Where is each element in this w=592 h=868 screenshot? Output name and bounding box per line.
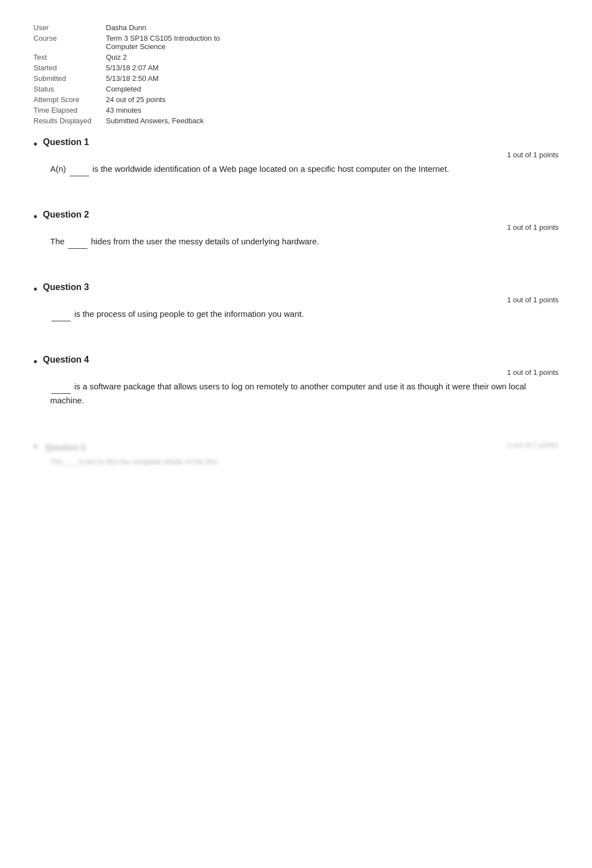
info-row: Submitted5/13/18 2:50 AM	[33, 73, 225, 84]
question-points-4: 1 out of 1 points	[33, 368, 559, 377]
info-label: Course	[33, 33, 106, 52]
bullet-point: •	[33, 356, 37, 367]
info-label: Time Elapsed	[33, 105, 106, 115]
question-text-2: The hides from the user the messy detail…	[50, 235, 559, 249]
bullet-point: •	[33, 211, 37, 222]
blurred-section: • Question 5 1 out of 1 points The ___ i…	[33, 441, 559, 467]
info-value: Dasha Dunn	[106, 22, 225, 33]
question-section-4: •Question 41 out of 1 points is a softwa…	[33, 355, 559, 407]
question-section-3: •Question 31 out of 1 points is the proc…	[33, 282, 559, 321]
question-text-4: is a software package that allows users …	[50, 380, 559, 407]
question-points-2: 1 out of 1 points	[33, 223, 559, 232]
blurred-question-title: Question 5	[45, 443, 85, 452]
bullet-point: •	[33, 283, 37, 295]
info-table: UserDasha DunnCourseTerm 3 SP18 CS105 In…	[33, 22, 225, 126]
info-row: StatusCompleted	[33, 84, 225, 94]
info-row: Started5/13/18 2:07 AM	[33, 62, 225, 73]
info-value: 43 minutes	[106, 105, 225, 115]
question-title-2: Question 2	[43, 210, 89, 220]
info-value: Submitted Answers, Feedback	[106, 115, 225, 126]
answer-blank	[51, 307, 71, 321]
question-title-3: Question 3	[43, 282, 89, 292]
info-row: Attempt Score24 out of 25 points	[33, 94, 225, 105]
question-text-1: A(n) is the worldwide identification of …	[50, 162, 559, 176]
info-label: Status	[33, 84, 106, 94]
question-title-1: Question 1	[43, 137, 89, 147]
question-text-3: is the process of using people to get th…	[50, 307, 559, 321]
info-row: CourseTerm 3 SP18 CS105 Introduction toC…	[33, 33, 225, 52]
info-label: Attempt Score	[33, 94, 106, 105]
info-value: Quiz 2	[106, 52, 225, 62]
answer-blank	[70, 162, 89, 176]
bullet-point: •	[33, 138, 37, 150]
question-section-1: •Question 11 out of 1 pointsA(n) is the …	[33, 137, 559, 176]
blurred-question-text: The ___ is the to this the complete deta…	[50, 456, 559, 467]
answer-blank	[68, 235, 88, 249]
info-label: Test	[33, 52, 106, 62]
info-row: TestQuiz 2	[33, 52, 225, 62]
question-title-4: Question 4	[43, 355, 89, 365]
info-value: Term 3 SP18 CS105 Introduction toCompute…	[106, 33, 225, 52]
info-label: Submitted	[33, 73, 106, 84]
info-value: 24 out of 25 points	[106, 94, 225, 105]
question-points-1: 1 out of 1 points	[33, 151, 559, 159]
info-value: 5/13/18 2:07 AM	[106, 62, 225, 73]
info-row: UserDasha Dunn	[33, 22, 225, 33]
blurred-points: 1 out of 1 points	[507, 441, 559, 449]
question-points-3: 1 out of 1 points	[33, 296, 559, 304]
answer-blank	[51, 380, 71, 394]
info-value: Completed	[106, 84, 225, 94]
info-label: Results Displayed	[33, 115, 106, 126]
info-label: User	[33, 22, 106, 33]
info-row: Time Elapsed43 minutes	[33, 105, 225, 115]
info-label: Started	[33, 62, 106, 73]
info-value: 5/13/18 2:50 AM	[106, 73, 225, 84]
info-row: Results DisplayedSubmitted Answers, Feed…	[33, 115, 225, 126]
question-section-2: •Question 21 out of 1 pointsThe hides fr…	[33, 210, 559, 249]
